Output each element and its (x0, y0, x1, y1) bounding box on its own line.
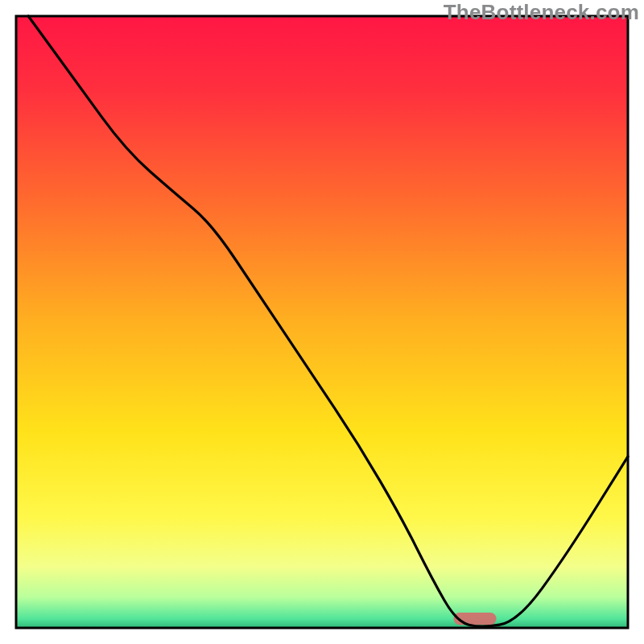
chart-svg (0, 0, 644, 644)
chart-container: { "watermark": "TheBottleneck.com", "cha… (0, 0, 644, 644)
plot-background (16, 16, 628, 628)
watermark-text: TheBottleneck.com (444, 0, 639, 25)
